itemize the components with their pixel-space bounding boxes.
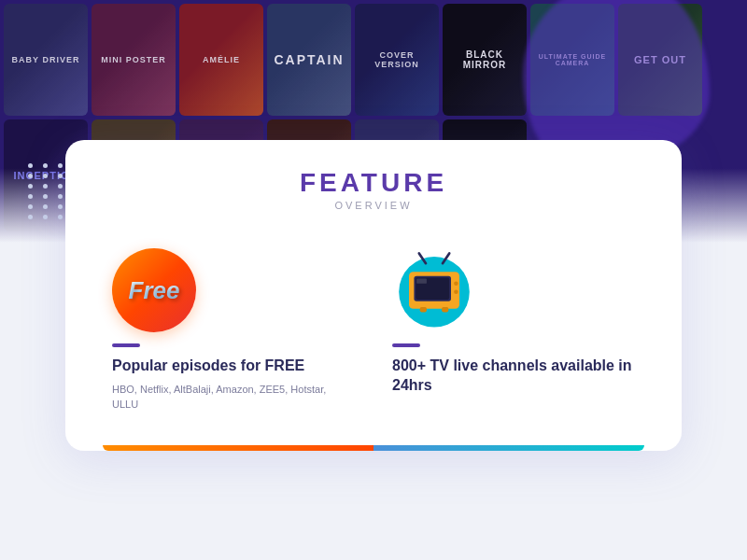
free-icon-label: Free xyxy=(129,276,180,305)
svg-point-7 xyxy=(454,282,458,287)
tv-feature-title: 800+ TV live channels available in 24hrs xyxy=(392,357,635,396)
bottom-bar xyxy=(103,445,644,451)
free-feature-desc: HBO, Netflix, AltBalaji, Amazon, ZEE5, H… xyxy=(112,382,355,413)
tv-icon xyxy=(392,248,476,332)
feature-title: FEATURE xyxy=(103,168,644,198)
free-feature-title: Popular episodes for FREE xyxy=(112,357,355,376)
poster-item: BLACK MIRROR xyxy=(443,4,527,116)
feature-header: FEATURE OVERVIEW xyxy=(103,168,644,211)
features-row: Free Popular episodes for FREE HBO, Netf… xyxy=(103,234,644,431)
feature-card: FEATURE OVERVIEW Free Popular episodes f… xyxy=(65,140,682,451)
poster-item: Baby Driver xyxy=(4,4,88,116)
svg-rect-10 xyxy=(442,307,448,312)
poster-item: Cover Version xyxy=(355,4,439,116)
poster-item: Amélie xyxy=(179,4,263,116)
poster-item: Mini Poster xyxy=(92,4,176,116)
svg-rect-6 xyxy=(416,278,427,283)
free-icon: Free xyxy=(112,248,196,332)
tv-svg-icon xyxy=(392,248,476,332)
free-episodes-feature: Free Popular episodes for FREE HBO, Netf… xyxy=(103,234,364,431)
poster-item: CAPTAIN xyxy=(267,4,351,116)
svg-point-8 xyxy=(454,290,458,295)
tv-channels-feature: 800+ TV live channels available in 24hrs xyxy=(383,234,644,431)
feature-subtitle: OVERVIEW xyxy=(103,200,644,211)
bar-orange xyxy=(103,445,374,451)
accent-line-tv xyxy=(392,343,420,347)
accent-line-free xyxy=(112,343,140,347)
svg-rect-9 xyxy=(420,307,427,312)
bar-blue xyxy=(374,445,644,451)
